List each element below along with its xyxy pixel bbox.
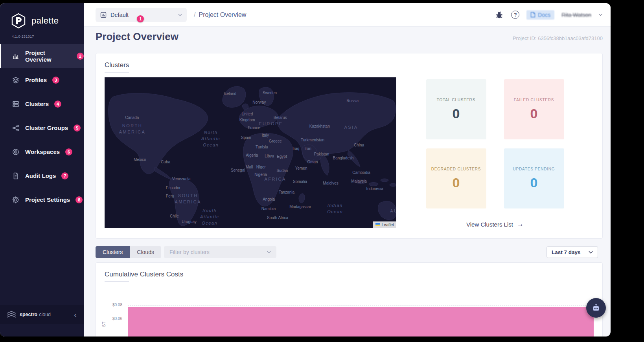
sidebar-item-project-overview[interactable]: Project Overview 2 <box>0 44 84 68</box>
project-selector-value: Default <box>110 12 129 18</box>
brand: palette <box>0 3 84 29</box>
sidebar-item-label: Profiles <box>25 77 47 83</box>
sidebar-item-label: Cluster Groups <box>25 124 68 131</box>
y-axis-tick: $0.06 <box>105 316 122 321</box>
chevron-down-icon[interactable] <box>598 13 603 16</box>
breadcrumb-current[interactable]: Project Overview <box>199 11 246 18</box>
project-selector[interactable]: Default 1 <box>96 8 187 22</box>
palette-logo-icon <box>10 13 27 29</box>
arrow-right-icon: → <box>517 220 524 228</box>
help-icon[interactable]: ? <box>511 11 519 19</box>
sidebar-item-label: Project Overview <box>25 49 71 63</box>
ukraine-flag-icon <box>375 223 380 226</box>
y-axis-tick: $0.08 <box>105 303 122 307</box>
server-list-icon <box>12 100 20 108</box>
sidebar-item-clusters[interactable]: Clusters 4 <box>0 92 84 116</box>
document-icon <box>12 172 20 180</box>
nodes-icon <box>12 124 20 132</box>
annotation-badge: 6 <box>65 148 72 155</box>
docs-button[interactable]: Docs <box>526 10 554 20</box>
sidebar-item-cluster-groups[interactable]: Cluster Groups 5 <box>0 116 84 140</box>
doc-icon <box>530 12 535 18</box>
sidebar-item-audit-logs[interactable]: Audit Logs 7 <box>0 164 84 188</box>
assistant-fab-button[interactable] <box>586 298 606 318</box>
sidebar-item-label: Workspaces <box>25 148 60 155</box>
sidebar-item-project-settings[interactable]: Project Settings 8 <box>0 188 84 212</box>
project-id-label: Project ID: 6356fc38bb1aac03afd73100 <box>513 35 603 41</box>
stat-label: UPDATES PENDING <box>513 167 555 171</box>
sidebar-item-label: Clusters <box>25 101 49 107</box>
target-icon <box>12 148 20 156</box>
view-clusters-list-link[interactable]: View Clusters List → <box>466 220 524 228</box>
chart-area-series <box>128 307 594 337</box>
stat-failed-clusters: FAILED CLUSTERS 0 <box>504 79 564 139</box>
sidebar: palette 4.1.0-231017 Project Overview 2 … <box>0 3 84 337</box>
sidebar-item-profiles[interactable]: Profiles 3 <box>0 68 84 92</box>
stat-updates-pending: UPDATES PENDING 0 <box>504 148 564 208</box>
annotation-badge: 4 <box>54 101 61 108</box>
breadcrumb: / Project Overview <box>194 11 246 18</box>
page-title: Project Overview <box>96 31 178 43</box>
date-range-select[interactable]: Last 7 days <box>546 246 598 258</box>
costs-card-title: Cumulative Clusters Costs <box>105 271 183 282</box>
sidebar-nav: Project Overview 2 Profiles 3 Clusters 4 <box>0 44 84 212</box>
stat-value: 0 <box>530 106 538 121</box>
version-label: 4.1.0-231017 <box>0 29 84 38</box>
tab-clusters[interactable]: Clusters <box>96 246 130 258</box>
bar-chart-icon <box>12 52 20 60</box>
world-map[interactable]: NORTH AMERICASOUTH AMERICAEUROPEASIAAFRI… <box>105 77 396 228</box>
view-toggle: Clusters Clouds <box>96 246 161 258</box>
stat-degraded-clusters: DEGRADED CLUSTERS 0 <box>426 148 486 208</box>
topbar: Default 1 / Project Overview ? Docs Rita… <box>84 3 611 27</box>
gear-icon <box>12 196 20 204</box>
robot-icon <box>591 303 601 313</box>
bug-report-icon[interactable] <box>495 10 504 20</box>
cluster-stats-grid: TOTAL CLUSTERS 0 FAILED CLUSTERS 0 DEGRA… <box>426 79 564 208</box>
cloud-label: cloud <box>39 312 51 317</box>
annotation-badge: 2 <box>77 53 84 60</box>
stat-total-clusters: TOTAL CLUSTERS 0 <box>426 79 486 139</box>
stat-label: TOTAL CLUSTERS <box>437 98 475 102</box>
y-axis-label: ST <box>102 322 106 327</box>
filter-bar: Clusters Clouds Filter by clusters Last … <box>96 246 603 258</box>
page-head: Project Overview Project ID: 6356fc38bb1… <box>96 31 603 43</box>
leaflet-label: Leaflet <box>381 222 394 227</box>
clusters-body: NORTH AMERICASOUTH AMERICAEUROPEASIAAFRI… <box>105 77 594 228</box>
brand-name: palette <box>31 16 59 26</box>
date-range-value: Last 7 days <box>552 249 581 255</box>
annotation-badge: 7 <box>61 172 68 179</box>
breadcrumb-separator: / <box>194 11 195 18</box>
chevron-down-icon <box>589 251 593 254</box>
content-scroll-area[interactable]: Project Overview Project ID: 6356fc38bb1… <box>84 27 611 337</box>
cluster-stats: TOTAL CLUSTERS 0 FAILED CLUSTERS 0 DEGRA… <box>396 79 594 228</box>
chevron-down-icon <box>178 14 182 16</box>
project-icon <box>100 12 107 18</box>
sidebar-item-workspaces[interactable]: Workspaces 6 <box>0 140 84 164</box>
collapse-sidebar-button[interactable]: ‹ <box>72 311 78 318</box>
spectro-label: spectro <box>20 312 37 317</box>
world-map-land <box>105 77 396 228</box>
annotation-badge: 8 <box>75 196 83 203</box>
app-window: palette 4.1.0-231017 Project Overview 2 … <box>0 3 611 337</box>
chart-gridline <box>128 305 594 305</box>
layers-icon <box>12 76 20 84</box>
clusters-card: Clusters <box>96 53 603 239</box>
filter-by-clusters-select[interactable]: Filter by clusters <box>164 246 276 258</box>
sidebar-footer: spectrocloud ‹ <box>0 305 84 324</box>
stat-value: 0 <box>453 175 460 190</box>
clusters-card-title: Clusters <box>105 61 129 73</box>
stat-value: 0 <box>530 175 538 190</box>
annotation-badge: 3 <box>52 77 59 84</box>
annotation-badge: 1 <box>137 15 144 22</box>
spectro-cloud-logo <box>6 310 17 319</box>
tab-clouds[interactable]: Clouds <box>130 246 161 258</box>
stat-label: FAILED CLUSTERS <box>514 98 554 102</box>
filter-placeholder: Filter by clusters <box>169 249 210 255</box>
stat-label: DEGRADED CLUSTERS <box>431 167 481 171</box>
user-menu[interactable]: Rita Watson <box>561 12 591 18</box>
spectro-cloud-label: spectrocloud <box>20 312 51 317</box>
cumulative-costs-card: Cumulative Clusters Costs $0.08 $0.06 ST <box>96 262 603 337</box>
main-area: Default 1 / Project Overview ? Docs Rita… <box>84 3 611 337</box>
leaflet-attribution[interactable]: Leaflet <box>373 221 396 228</box>
sidebar-item-label: Project Settings <box>25 196 70 203</box>
